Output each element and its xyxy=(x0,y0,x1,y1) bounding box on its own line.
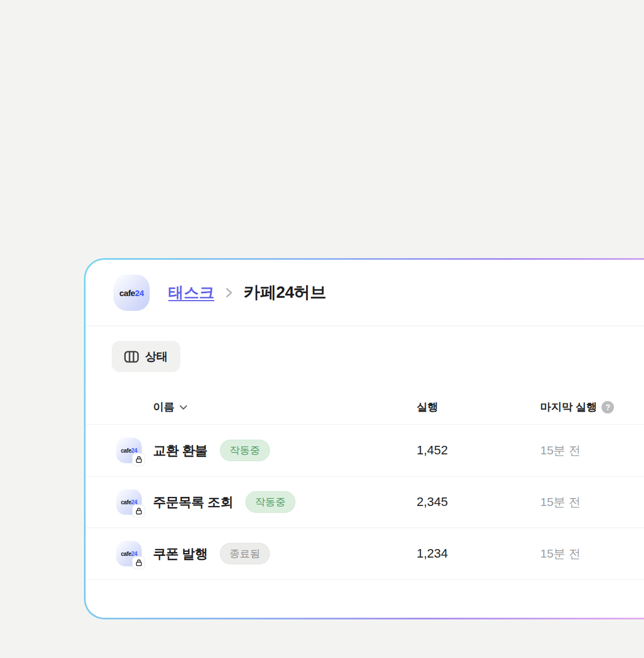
runs-count: 2,345 xyxy=(417,495,448,509)
task-name[interactable]: 교환 환불 xyxy=(153,442,207,459)
task-name[interactable]: 쿠폰 발행 xyxy=(153,545,207,563)
column-header-last-run-label: 마지막 실행 xyxy=(540,400,597,415)
row-logo-text-accent: 24 xyxy=(132,551,137,557)
table-header: 이름 실행 마지막 실행 ? xyxy=(86,372,644,425)
breadcrumb: 태스크 카페24허브 xyxy=(168,281,326,304)
breadcrumb-link-tasks[interactable]: 태스크 xyxy=(168,282,214,303)
chevron-down-icon xyxy=(179,404,188,410)
help-icon[interactable]: ? xyxy=(601,401,614,414)
task-app-icon: cafe24 xyxy=(116,541,142,567)
last-run-time: 15분 전 xyxy=(540,442,581,458)
last-run-time: 15분 전 xyxy=(540,494,581,510)
status-badge: 작동중 xyxy=(220,440,270,461)
lock-icon xyxy=(133,505,145,517)
status-view-button[interactable]: 상태 xyxy=(112,341,180,372)
task-card: cafe24 태스크 카페24허브 상태 이름 xyxy=(84,258,644,619)
task-app-icon: cafe24 xyxy=(116,438,142,463)
column-header-last-run: 마지막 실행 ? xyxy=(540,400,614,415)
page-title: 카페24허브 xyxy=(244,281,326,304)
logo-text-accent: 24 xyxy=(135,288,144,298)
chevron-right-icon xyxy=(224,286,234,300)
runs-count: 1,234 xyxy=(417,546,448,561)
last-run-time: 15분 전 xyxy=(540,546,581,562)
runs-count: 1,452 xyxy=(417,443,448,458)
lock-icon xyxy=(133,454,145,466)
row-logo-text-accent: 24 xyxy=(132,499,137,505)
status-badge: 종료됨 xyxy=(220,543,270,564)
columns-icon xyxy=(124,351,139,363)
task-name[interactable]: 주문목록 조회 xyxy=(153,494,233,511)
card-body: 상태 이름 실행 마지막 실행 ? xyxy=(86,326,644,580)
row-logo-text-accent: 24 xyxy=(132,448,137,454)
lock-icon xyxy=(133,557,145,569)
column-header-name[interactable]: 이름 xyxy=(153,400,188,415)
column-header-runs: 실행 xyxy=(417,400,438,415)
table-row[interactable]: cafe24 교환 환불 작동중 1,452 15분 전 xyxy=(86,425,644,476)
task-app-icon: cafe24 xyxy=(116,490,142,515)
cafe24-logo: cafe24 xyxy=(113,275,150,311)
column-header-runs-label: 실행 xyxy=(417,400,438,415)
row-logo-text: cafe xyxy=(121,448,131,454)
table-row[interactable]: cafe24 쿠폰 발행 종료됨 1,234 15분 전 xyxy=(86,528,644,580)
row-logo-text: cafe xyxy=(121,499,131,505)
row-logo-text: cafe xyxy=(121,551,131,557)
table-row[interactable]: cafe24 주문목록 조회 작동중 2,345 15분 전 xyxy=(86,476,644,528)
task-card-surface: cafe24 태스크 카페24허브 상태 이름 xyxy=(86,260,644,618)
status-button-label: 상태 xyxy=(145,349,168,364)
status-badge: 작동중 xyxy=(245,491,295,513)
column-header-name-label: 이름 xyxy=(153,400,175,415)
logo-text: cafe xyxy=(119,288,135,298)
card-header: cafe24 태스크 카페24허브 xyxy=(86,260,644,326)
